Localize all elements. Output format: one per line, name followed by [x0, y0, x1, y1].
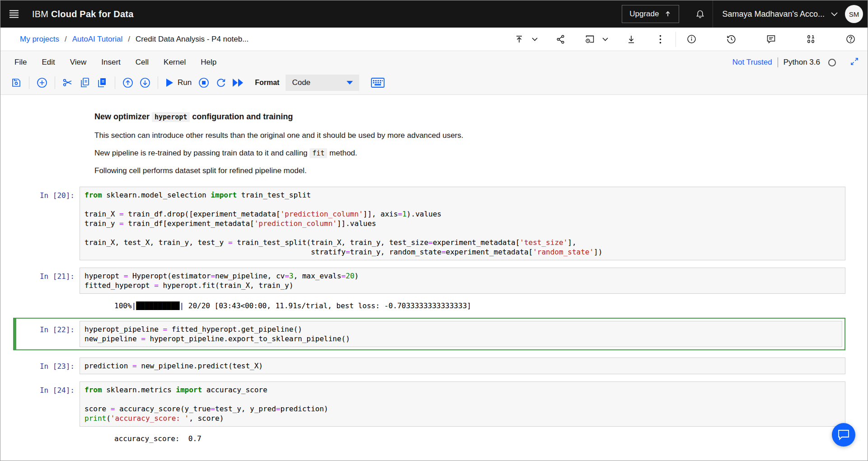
- command-palette-button[interactable]: [369, 74, 386, 91]
- move-cell-up-button[interactable]: [119, 74, 136, 91]
- data-button[interactable]: [802, 30, 820, 48]
- notifications-button[interactable]: [687, 0, 713, 28]
- markdown-heading: New optimizer hyperopt configuration and…: [94, 112, 840, 122]
- paste-cell-button[interactable]: [94, 74, 111, 91]
- interrupt-kernel-button[interactable]: [195, 74, 212, 91]
- chevron-down-icon: [532, 38, 538, 41]
- code-cell-selected[interactable]: In [22]:hyperopt_pipeline = fitted_hyper…: [13, 318, 845, 350]
- breadcrumb-current-notebook: Credit Data Analysis - P4 noteb...: [136, 35, 249, 44]
- cell-input[interactable]: from sklearn.model_selection import trai…: [80, 187, 845, 260]
- publish-button[interactable]: [510, 30, 528, 48]
- download-button[interactable]: [622, 30, 640, 48]
- breadcrumb-my-projects[interactable]: My projects: [20, 35, 59, 44]
- share-button[interactable]: [552, 30, 570, 48]
- actions-divider: [676, 32, 676, 47]
- cell-type-value: Code: [292, 78, 310, 87]
- cell-type-select[interactable]: Code: [286, 75, 359, 91]
- menu-kernel[interactable]: Kernel: [164, 58, 186, 67]
- save-button[interactable]: [8, 74, 25, 91]
- keyboard-icon: [371, 78, 385, 88]
- overflow-menu-icon: [659, 35, 662, 44]
- cell-output: accuracy_score: 0.7: [98, 434, 845, 443]
- avatar[interactable]: SM: [845, 5, 863, 23]
- menu-help[interactable]: Help: [201, 58, 216, 67]
- brand-prefix: IBM: [32, 9, 48, 19]
- jupyter-menu-bar: File Edit View Insert Cell Kernel Help N…: [0, 51, 868, 74]
- toolbar-divider: [29, 76, 29, 89]
- menu-insert[interactable]: Insert: [101, 58, 121, 67]
- download-icon: [627, 35, 636, 44]
- toolbar-divider: [115, 76, 115, 89]
- run-button[interactable]: Run: [162, 74, 195, 91]
- cell-row: In [21]:hyperopt = Hyperopt(estimator=ne…: [17, 268, 845, 294]
- avatar-initials: SM: [849, 10, 859, 18]
- breadcrumb-separator: /: [128, 35, 130, 44]
- format-label: Format: [255, 79, 279, 87]
- help-button[interactable]: [841, 30, 859, 48]
- cell-input[interactable]: hyperopt = Hyperopt(estimator=new_pipeli…: [80, 268, 845, 294]
- markdown-cell[interactable]: New optimizer hyperopt configuration and…: [94, 112, 840, 176]
- add-cell-button[interactable]: [33, 74, 51, 91]
- app-window: IBM Cloud Pak for Data Upgrade Samaya Ma…: [0, 0, 868, 461]
- job-options-button[interactable]: [599, 30, 611, 48]
- move-down-icon: [140, 77, 150, 88]
- menu-cell[interactable]: Cell: [136, 58, 149, 67]
- cell-input[interactable]: from sklearn.metrics import accuracy_sco…: [80, 381, 845, 427]
- cell-input[interactable]: prediction = new_pipeline.predict(test_X…: [80, 358, 845, 374]
- move-cell-down-button[interactable]: [136, 74, 154, 91]
- restart-run-all-button[interactable]: [230, 74, 247, 91]
- menu-edit[interactable]: Edit: [42, 58, 55, 67]
- breadcrumb-separator: /: [65, 35, 67, 44]
- info-panel-button[interactable]: [682, 30, 700, 48]
- bell-icon: [695, 9, 705, 19]
- code-cell[interactable]: In [21]:hyperopt = Hyperopt(estimator=ne…: [17, 268, 845, 294]
- notebook-area: New optimizer hyperopt configuration and…: [0, 95, 868, 461]
- cell-row: In [24]:from sklearn.metrics import accu…: [17, 381, 845, 427]
- paste-icon: [97, 77, 107, 88]
- job-button[interactable]: [581, 30, 599, 48]
- restart-kernel-button[interactable]: [212, 74, 230, 91]
- expand-icon[interactable]: [850, 57, 859, 68]
- kernel-status-icon: [828, 59, 836, 66]
- chevron-down-icon: [347, 81, 353, 85]
- add-cell-icon: [37, 77, 47, 88]
- chat-button[interactable]: [832, 423, 855, 447]
- code-cell[interactable]: In [24]:from sklearn.metrics import accu…: [17, 381, 845, 427]
- upgrade-button[interactable]: Upgrade: [622, 5, 679, 23]
- kernel-divider: [778, 57, 778, 67]
- cut-cell-button[interactable]: [59, 74, 76, 91]
- fast-forward-icon: [232, 78, 244, 87]
- run-icon: [166, 78, 174, 87]
- cell-prompt: In [23]:: [17, 358, 80, 374]
- code-cell[interactable]: In [23]:prediction = new_pipeline.predic…: [17, 358, 845, 374]
- markdown-paragraph: This section can introduce other results…: [94, 131, 840, 141]
- cell-input[interactable]: hyperopt_pipeline = fitted_hyperopt.get_…: [80, 321, 842, 347]
- top-bar-actions: Upgrade Samaya Madhavan's Acco... SM: [622, 0, 868, 28]
- breadcrumb-project[interactable]: AutoAI Tutorial: [72, 35, 123, 44]
- brand-name: Cloud Pak for Data: [51, 9, 134, 19]
- upload-icon: [515, 35, 524, 44]
- kernel-status-area: Not Trusted Python 3.6: [732, 57, 859, 68]
- chevron-down-icon: [831, 12, 838, 16]
- notebook-cells: In [20]:from sklearn.model_selection imp…: [17, 187, 845, 443]
- run-label: Run: [178, 78, 192, 87]
- upgrade-icon: [664, 10, 671, 18]
- publish-options-button[interactable]: [528, 30, 541, 48]
- info-icon: [687, 34, 696, 44]
- cut-icon: [62, 77, 73, 88]
- breadcrumb: My projects / AutoAI Tutorial / Credit D…: [20, 35, 249, 44]
- menu-file[interactable]: File: [14, 58, 27, 67]
- menu-icon[interactable]: [0, 0, 28, 28]
- account-label: Samaya Madhavan's Acco...: [722, 9, 825, 19]
- trust-status[interactable]: Not Trusted: [732, 58, 772, 67]
- copy-cell-button[interactable]: [76, 74, 94, 91]
- menu-view[interactable]: View: [70, 58, 87, 67]
- notebook-actions: [510, 30, 859, 48]
- overflow-menu-button[interactable]: [651, 30, 669, 48]
- account-menu[interactable]: Samaya Madhavan's Acco...: [713, 0, 845, 28]
- history-icon: [727, 34, 736, 44]
- comments-button[interactable]: [762, 30, 780, 48]
- versions-history-button[interactable]: [722, 30, 740, 48]
- inline-code-hyperopt: hyperopt: [152, 112, 190, 122]
- code-cell[interactable]: In [20]:from sklearn.model_selection imp…: [17, 187, 845, 260]
